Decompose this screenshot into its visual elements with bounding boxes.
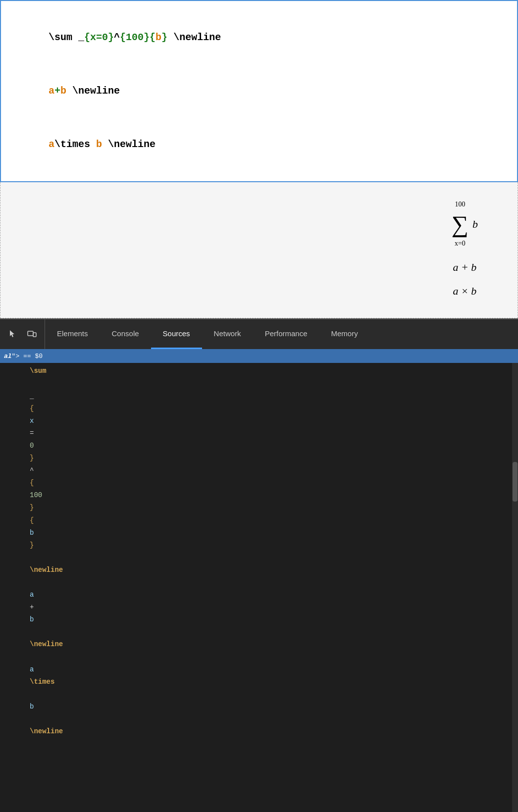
source-line [0,713,518,725]
svg-rect-1 [33,333,36,337]
editor-line-3: a\times b \newline [13,118,505,171]
tab-sources[interactable]: Sources [151,319,202,349]
preview-area: 100 ∑ x=0 b a + b a × b [0,182,518,318]
source-line: } [0,539,518,552]
devtools-panel[interactable]: \sum _{x=0}^{100}{b} \newline a+b \newli… [0,363,518,812]
highlight-text: al"> == $0 [4,353,43,360]
source-line [0,626,518,638]
source-line: \sum [0,365,518,377]
source-line: { [0,403,518,415]
source-line: a [0,663,518,676]
source-line: _ [0,390,518,403]
sum-top: 100 [455,197,465,212]
editor-line-1: \sum _{x=0}^{100}{b} \newline [13,11,505,64]
preview-line2: a + b [452,255,478,279]
source-line: 100 [0,489,518,502]
source-line: \newline [0,564,518,576]
source-line: + [0,601,518,613]
source-line [0,688,518,701]
source-line: b [0,527,518,539]
source-line: \newline [0,725,518,738]
source-line: \times [0,676,518,688]
tab-performance[interactable]: Performance [253,319,319,349]
source-line: ^ [0,464,518,477]
source-line: } [0,452,518,464]
editor-content: \sum _{x=0}^{100}{b} \newline a+b \newli… [13,11,505,171]
svg-rect-0 [28,331,33,336]
devtools-icon-group [0,319,45,349]
source-line: 0 [0,440,518,452]
source-line: } [0,502,518,514]
source-line [0,552,518,564]
preview-line3: a × b [452,279,478,303]
editor-area[interactable]: \sum _{x=0}^{100}{b} \newline a+b \newli… [0,0,518,182]
device-icon[interactable] [25,327,39,341]
sum-bottom: x=0 [455,236,466,252]
tab-memory[interactable]: Memory [319,319,370,349]
devtools-tabs: Elements Console Sources Network Perform… [45,319,518,349]
sum-var: b [472,212,478,236]
tab-network[interactable]: Network [202,319,253,349]
math-sum: 100 ∑ x=0 b [452,197,478,252]
source-line: a [0,589,518,601]
highlight-bar: al"> == $0 [0,349,518,363]
source-line [0,651,518,663]
devtools-scrollbar[interactable] [512,363,518,812]
source-lines: \sum _{x=0}^{100}{b} \newline a+b \newli… [0,363,518,740]
source-line: \newline [0,638,518,651]
source-line: { [0,477,518,489]
devtools-toolbar: Elements Console Sources Network Perform… [0,318,518,349]
scrollbar-thumb[interactable] [513,462,518,502]
source-line: x [0,415,518,427]
inspect-icon[interactable] [6,327,20,341]
editor-line-2: a+b \newline [13,64,505,118]
source-line [0,576,518,589]
source-line [0,377,518,390]
tab-console[interactable]: Console [100,319,151,349]
math-display: 100 ∑ x=0 b a + b a × b [452,197,478,303]
sum-symbol: ∑ [452,212,468,236]
source-line: { [0,514,518,527]
source-line: b [0,613,518,626]
source-line: b [0,701,518,713]
tab-elements[interactable]: Elements [45,319,100,349]
source-line: = [0,427,518,440]
